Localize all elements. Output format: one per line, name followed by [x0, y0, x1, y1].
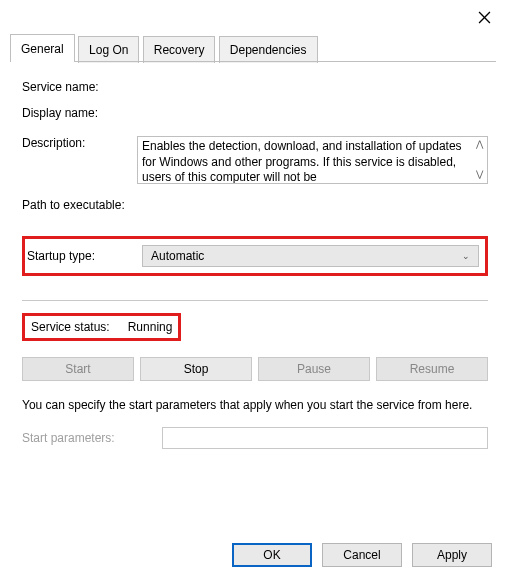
label-startup-type: Startup type:	[27, 249, 142, 263]
scroll-down-icon[interactable]: ⋁	[476, 169, 483, 181]
start-button: Start	[22, 357, 134, 381]
label-path: Path to executable:	[22, 198, 125, 212]
pause-button: Pause	[258, 357, 370, 381]
close-icon[interactable]	[474, 7, 494, 27]
description-scrollbar[interactable]: ⋀ ⋁	[471, 137, 487, 183]
tab-logon[interactable]: Log On	[78, 36, 139, 63]
stop-button[interactable]: Stop	[140, 357, 252, 381]
value-description: Enables the detection, download, and ins…	[142, 139, 462, 184]
tabstrip: General Log On Recovery Dependencies	[10, 34, 496, 62]
service-control-buttons: Start Stop Pause Resume	[22, 357, 488, 381]
separator	[22, 300, 488, 301]
tab-panel-general: Service name: Display name: Description:…	[0, 62, 506, 457]
apply-button[interactable]: Apply	[412, 543, 492, 567]
tab-recovery[interactable]: Recovery	[143, 36, 216, 63]
dialog-footer: OK Cancel Apply	[0, 533, 506, 585]
label-start-parameters: Start parameters:	[22, 431, 162, 445]
label-display-name: Display name:	[22, 106, 137, 120]
highlight-service-status: Service status: Running	[22, 313, 181, 341]
resume-button: Resume	[376, 357, 488, 381]
scroll-up-icon[interactable]: ⋀	[476, 139, 483, 151]
chevron-down-icon: ⌄	[462, 251, 470, 261]
tab-general[interactable]: General	[10, 34, 75, 62]
startup-type-value: Automatic	[151, 249, 204, 263]
tab-dependencies[interactable]: Dependencies	[219, 36, 318, 63]
description-box[interactable]: Enables the detection, download, and ins…	[137, 136, 488, 184]
label-service-name: Service name:	[22, 80, 137, 94]
cancel-button[interactable]: Cancel	[322, 543, 402, 567]
startup-type-dropdown[interactable]: Automatic ⌄	[142, 245, 479, 267]
titlebar	[0, 0, 506, 34]
start-parameters-hint: You can specify the start parameters tha…	[22, 397, 488, 413]
label-service-status: Service status:	[31, 320, 110, 334]
highlight-startup-type: Startup type: Automatic ⌄	[22, 236, 488, 276]
label-description: Description:	[22, 136, 137, 150]
value-service-status: Running	[128, 320, 173, 334]
start-parameters-input[interactable]	[162, 427, 488, 449]
ok-button[interactable]: OK	[232, 543, 312, 567]
